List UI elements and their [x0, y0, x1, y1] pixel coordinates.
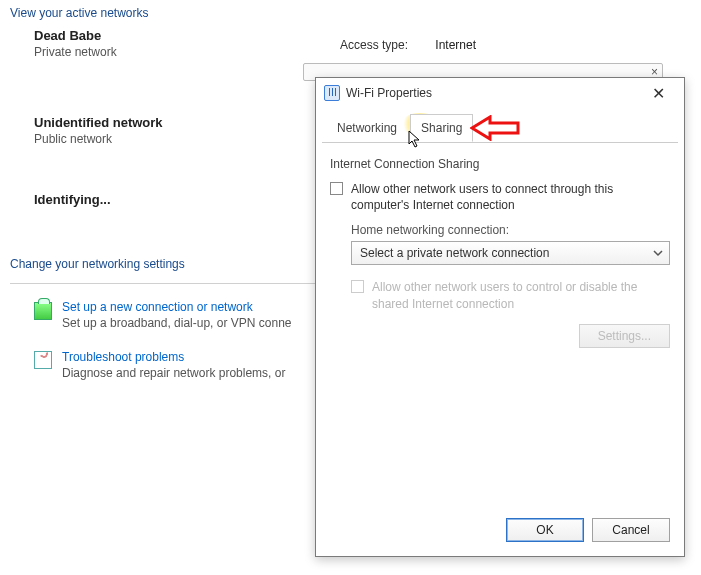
tab-sharing[interactable]: Sharing	[410, 114, 473, 142]
link-desc: Set up a broadband, dial-up, or VPN conn…	[62, 314, 292, 330]
access-type-value: Internet	[435, 38, 476, 52]
access-type-row: Access type: Internet	[340, 38, 476, 52]
wifi-properties-dialog: Wi-Fi Properties ✕ Networking Sharing In…	[315, 77, 685, 557]
ok-button[interactable]: OK	[506, 518, 584, 542]
allow-control-checkbox-row: Allow other network users to control or …	[351, 279, 670, 311]
section-active-networks: View your active networks	[10, 0, 671, 28]
wifi-icon	[324, 85, 340, 101]
close-button[interactable]: ✕	[640, 81, 676, 106]
link-title: Set up a new connection or network	[62, 300, 292, 314]
setup-icon	[34, 302, 52, 320]
group-title: Internet Connection Sharing	[330, 151, 670, 181]
home-connection-label: Home networking connection:	[351, 223, 670, 237]
checkbox[interactable]	[330, 182, 343, 195]
checkbox-label: Allow other network users to connect thr…	[351, 181, 670, 213]
cancel-button[interactable]: Cancel	[592, 518, 670, 542]
checkbox-label: Allow other network users to control or …	[372, 279, 670, 311]
troubleshoot-icon	[34, 351, 52, 369]
link-desc: Diagnose and repair network problems, or	[62, 364, 285, 380]
link-title: Troubleshoot problems	[62, 350, 285, 364]
home-connection-select[interactable]: Select a private network connection	[351, 241, 670, 265]
tab-networking[interactable]: Networking	[326, 114, 408, 142]
access-type-label: Access type:	[340, 38, 432, 52]
titlebar[interactable]: Wi-Fi Properties ✕	[316, 78, 684, 108]
checkbox-disabled	[351, 280, 364, 293]
settings-button: Settings...	[579, 324, 670, 348]
allow-connect-checkbox-row[interactable]: Allow other network users to connect thr…	[330, 181, 670, 213]
chevron-down-icon	[651, 246, 665, 260]
dialog-title: Wi-Fi Properties	[346, 86, 432, 100]
select-value: Select a private network connection	[360, 246, 549, 260]
